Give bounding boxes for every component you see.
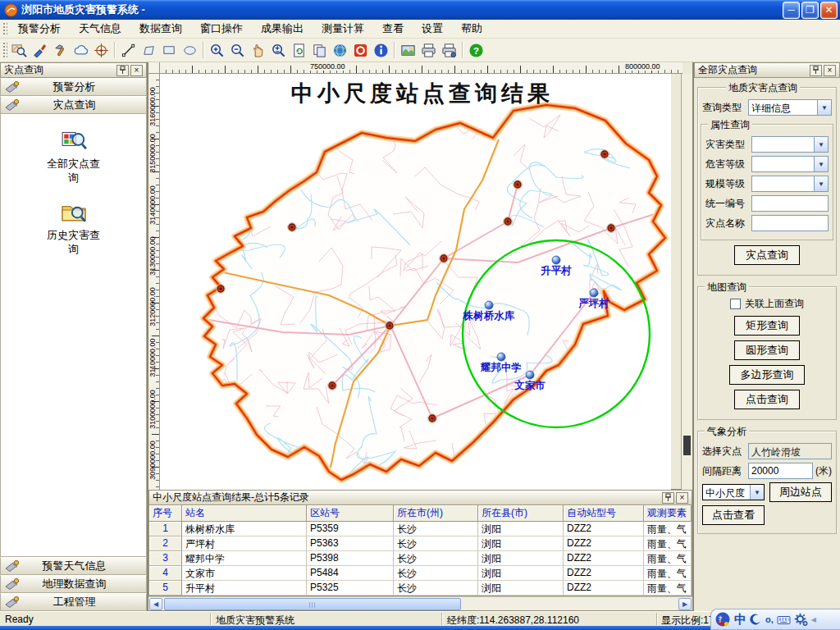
- group-bar-top-1[interactable]: 灾点查询: [0, 96, 147, 114]
- column-header-6[interactable]: 观测要素: [644, 505, 692, 522]
- globe-icon[interactable]: [330, 40, 350, 61]
- disaster-point-marker[interactable]: [328, 381, 337, 390]
- edit-brush-icon[interactable]: [30, 40, 50, 61]
- disaster-point-marker[interactable]: [217, 285, 226, 294]
- group-bar-bottom-1[interactable]: 地理数据查询: [0, 575, 147, 593]
- zoom-in-icon[interactable]: [207, 40, 227, 61]
- map-vertical-scrollbar[interactable]: [681, 74, 692, 490]
- scale-select[interactable]: 中小尺度 ▼: [702, 484, 765, 500]
- language-bar[interactable]: 扌 中 o, ◀: [710, 609, 840, 630]
- draw-polygon-icon[interactable]: [139, 40, 159, 61]
- chevron-down-icon[interactable]: ▼: [814, 157, 828, 171]
- chevron-down-icon[interactable]: ▼: [814, 176, 828, 191]
- gear-icon[interactable]: [794, 613, 808, 626]
- scroll-right-icon[interactable]: ▶: [678, 598, 692, 610]
- pan-icon[interactable]: [248, 40, 268, 61]
- menu-item-5[interactable]: 测量计算: [313, 19, 373, 39]
- field-input-3[interactable]: [751, 195, 829, 212]
- field-select-0[interactable]: ▼: [751, 136, 829, 153]
- pin-icon[interactable]: [810, 65, 822, 76]
- ime-punctuation-icon[interactable]: o,: [765, 614, 774, 624]
- view-button[interactable]: 点击查看: [702, 505, 765, 525]
- pin-icon[interactable]: [116, 65, 129, 76]
- disaster-point-marker[interactable]: [514, 180, 523, 189]
- table-scrollbar-thumb[interactable]: [164, 598, 461, 610]
- table-row[interactable]: 4文家市P5484长沙浏阳DZZ2雨量、气: [149, 566, 692, 581]
- disaster-point-marker[interactable]: [386, 322, 395, 331]
- refresh-view-icon[interactable]: [289, 40, 309, 61]
- map-query-button-3[interactable]: 点击查询: [734, 390, 800, 409]
- menu-item-3[interactable]: 窗口操作: [191, 19, 252, 39]
- column-header-3[interactable]: 所在市(州): [394, 505, 478, 522]
- menu-grip[interactable]: [2, 21, 7, 36]
- group-bar-top-0[interactable]: 预警分析: [0, 78, 147, 96]
- select-point-field[interactable]: 人竹岭滑坡: [748, 443, 832, 459]
- table-row[interactable]: 3耀邦中学P5398长沙浏阳DZZ2雨量、气: [149, 551, 692, 566]
- close-icon[interactable]: ×: [130, 65, 143, 76]
- close-icon[interactable]: ×: [676, 492, 688, 504]
- chevron-down-icon[interactable]: ▼: [817, 100, 831, 115]
- disaster-point-marker[interactable]: [440, 254, 449, 263]
- title-bar[interactable]: 浏阳市地质灾害预警系统 - ─ ❐ ✕: [0, 0, 840, 20]
- help-icon[interactable]: ?: [466, 40, 486, 61]
- disaster-point-marker[interactable]: [288, 223, 297, 232]
- disaster-point-marker[interactable]: [504, 217, 513, 226]
- minimize-button[interactable]: ─: [783, 2, 800, 19]
- map-output-icon[interactable]: [398, 40, 418, 61]
- table-row[interactable]: 1株树桥水库P5359长沙浏阳DZZ2雨量、气: [149, 522, 692, 536]
- map-query-icon[interactable]: [9, 40, 30, 61]
- chevron-down-icon[interactable]: ▼: [750, 485, 764, 500]
- query-type-select[interactable]: 详细信息 ▼: [748, 99, 832, 116]
- link-above-checkbox[interactable]: [730, 299, 741, 309]
- table-horizontal-scrollbar[interactable]: ◀ ▶: [148, 596, 692, 610]
- chevron-down-icon[interactable]: ▼: [814, 137, 828, 152]
- distance-field[interactable]: 20000: [748, 463, 813, 479]
- map-query-button-0[interactable]: 矩形查询: [734, 316, 800, 336]
- column-header-2[interactable]: 区站号: [307, 505, 394, 522]
- tools-icon[interactable]: [50, 40, 71, 61]
- disaster-point-marker[interactable]: [607, 224, 616, 233]
- pin-icon[interactable]: [662, 492, 674, 504]
- field-select-2[interactable]: ▼: [751, 176, 829, 192]
- keyboard-icon[interactable]: [777, 614, 791, 626]
- print-setup-icon[interactable]: [439, 40, 459, 61]
- map-scrollbar-thumb[interactable]: [683, 436, 691, 455]
- group-bar-bottom-0[interactable]: 预警天气信息: [0, 557, 147, 575]
- nearby-stations-button[interactable]: 周边站点: [769, 482, 832, 502]
- column-header-0[interactable]: 序号: [149, 505, 182, 522]
- field-input-4[interactable]: [751, 215, 829, 231]
- menu-item-7[interactable]: 设置: [413, 19, 452, 39]
- cloud-icon[interactable]: [71, 40, 91, 61]
- close-icon[interactable]: ×: [824, 65, 836, 76]
- map-canvas[interactable]: 升平村严坪村株树桥水库耀邦中学文家市中小尺度站点查询结果: [160, 74, 671, 490]
- column-header-5[interactable]: 自动站型号: [564, 505, 644, 522]
- print-icon[interactable]: [418, 40, 439, 61]
- disaster-point-query-button[interactable]: 灾点查询: [734, 245, 800, 265]
- ime-language-icon[interactable]: 中: [734, 612, 746, 628]
- field-select-1[interactable]: ▼: [751, 156, 829, 172]
- ime-sphere-icon[interactable]: 扌: [714, 611, 731, 628]
- toolbar-grip[interactable]: [2, 41, 7, 59]
- menu-item-4[interactable]: 成果输出: [252, 19, 313, 39]
- close-button[interactable]: ✕: [820, 2, 838, 19]
- zoom-out-icon[interactable]: [227, 40, 248, 61]
- scroll-left-icon[interactable]: ◀: [149, 598, 162, 610]
- menu-item-6[interactable]: 查看: [373, 19, 413, 39]
- ime-mode-icon[interactable]: [750, 614, 762, 626]
- nav-item-0[interactable]: 全部灾点查询: [29, 127, 119, 185]
- menu-item-1[interactable]: 天气信息: [70, 19, 130, 39]
- langbar-collapse-icon[interactable]: ◀: [811, 616, 816, 623]
- nav-item-1[interactable]: 历史灾害查询: [29, 199, 119, 257]
- draw-rectangle-icon[interactable]: [159, 40, 180, 61]
- zoom-extent-icon[interactable]: [268, 40, 289, 61]
- menu-item-8[interactable]: 帮助: [452, 19, 491, 39]
- draw-line-icon[interactable]: [118, 40, 139, 61]
- stop-icon[interactable]: [350, 40, 371, 61]
- map-query-button-1[interactable]: 圆形查询: [734, 340, 800, 360]
- info-icon[interactable]: [371, 40, 391, 61]
- column-header-1[interactable]: 站名: [182, 505, 307, 522]
- locate-icon[interactable]: [91, 40, 112, 61]
- table-row[interactable]: 2严坪村P5363长沙浏阳DZZ2雨量、气: [149, 536, 692, 551]
- restore-button[interactable]: ❐: [801, 2, 819, 19]
- column-header-4[interactable]: 所在县(市): [478, 505, 564, 522]
